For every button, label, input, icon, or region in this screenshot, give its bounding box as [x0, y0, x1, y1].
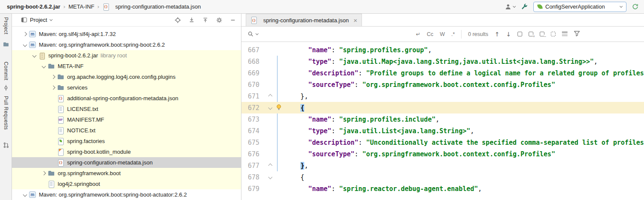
code-line[interactable]: 676 "sourceType": "org.springframework.b… — [241, 148, 644, 160]
previous-occurrence-button[interactable]: ↑ — [495, 31, 500, 38]
regex-button[interactable]: .* — [451, 31, 455, 37]
code-line[interactable]: 667 "name": "spring.profiles.group", — [241, 44, 644, 56]
tree-item[interactable]: Maven: org.slf4j:slf4j-api:1.7.32 — [12, 29, 241, 39]
run-config-combo[interactable]: ConfigServerApplication — [533, 2, 626, 12]
fold-icon[interactable] — [268, 164, 273, 168]
code-line[interactable]: 672 { — [241, 102, 644, 113]
editor-tab[interactable]: spring-configuration-metadata.json × — [246, 14, 362, 26]
tree-item[interactable]: spring-boot.kotlin_module — [12, 146, 241, 157]
tree-item[interactable]: additional-spring-configuration-metadata… — [12, 93, 241, 104]
editor-code[interactable]: 667 "name": "spring.profiles.group",668 … — [241, 42, 644, 200]
tree-item[interactable]: LICENSE.txt — [12, 104, 241, 114]
collapse-all-button[interactable] — [202, 17, 209, 23]
chevron-down-icon[interactable] — [21, 43, 29, 46]
chevron-right-icon[interactable] — [49, 86, 57, 89]
code-line[interactable]: 678 { — [241, 171, 644, 183]
add-occurrence-button[interactable] — [529, 32, 533, 36]
code-text: "name": "spring.profiles.include", — [285, 116, 644, 123]
project-tree: Maven: org.slf4j:slf4j-api:1.7.32Maven: … — [12, 27, 241, 200]
breadcrumb-item[interactable]: spring-configuration-metadata.json — [115, 3, 201, 10]
code-line[interactable]: 673 "name": "spring.profiles.include", — [241, 113, 644, 125]
kotlin-icon — [57, 149, 64, 155]
search-icon — [247, 31, 254, 37]
tree-item[interactable]: spring-boot-2.6.2.jar library root — [12, 50, 241, 61]
close-tab-icon[interactable]: × — [353, 17, 357, 24]
code-token: "spring.reactor.debug-agent.enabled" — [339, 185, 478, 193]
maven-icon — [29, 42, 36, 48]
tree-item[interactable]: MANIFEST.MF — [12, 114, 241, 125]
tree-item[interactable]: Maven: org.springframework.boot:spring-b… — [12, 39, 241, 50]
intention-bulb-icon[interactable] — [276, 104, 282, 112]
gutter — [263, 103, 285, 112]
tree-item[interactable]: Maven: org.springframework.boot:spring-b… — [12, 189, 241, 200]
stripe-pull-requests-button[interactable]: Pull Requests — [3, 96, 9, 130]
select-all-occurrences-button[interactable] — [551, 32, 556, 36]
code-line[interactable]: 675 "description": "Unconditionally acti… — [241, 137, 644, 148]
filter-lines-icon[interactable] — [562, 32, 568, 36]
code-text: "type": "java.util.Map<java.lang.String,… — [285, 58, 644, 66]
fold-icon[interactable] — [268, 175, 273, 179]
code-line[interactable]: 679 "name": "spring.reactor.debug-agent.… — [241, 183, 644, 194]
tree-item[interactable]: log4j2.springboot — [12, 179, 241, 189]
tree-item[interactable]: org.springframework.boot — [12, 168, 241, 179]
breadcrumb-item[interactable]: META-INF — [68, 3, 94, 10]
tree-item[interactable]: META-INF — [12, 61, 241, 72]
tree-item-label: org.springframework.boot — [58, 170, 121, 176]
chevron-right-icon[interactable] — [49, 75, 57, 78]
chevron-down-icon[interactable] — [21, 193, 29, 196]
code-line[interactable]: 670 "sourceType": "org.springframework.b… — [241, 79, 644, 90]
mf-icon — [57, 116, 64, 123]
project-view-selector[interactable]: Project — [30, 17, 47, 23]
code-token: : — [331, 116, 339, 123]
tree-item[interactable]: spring-configuration-metadata.json — [12, 157, 241, 168]
expand-all-button[interactable] — [188, 17, 195, 23]
pull-requests-toolwindow-icon[interactable] — [3, 142, 9, 149]
chevron-down-icon[interactable] — [39, 65, 48, 68]
chevron-right-icon[interactable] — [21, 33, 29, 36]
filter-search-button[interactable] — [574, 31, 580, 38]
code-token: , — [428, 46, 432, 54]
breadcrumb-separator-icon: › — [63, 3, 65, 10]
code-line[interactable]: 674 "type": "java.util.List<java.lang.St… — [241, 125, 644, 137]
hide-toolwindow-button[interactable] — [230, 17, 236, 23]
build-tools-button[interactable] — [520, 3, 528, 11]
search-input[interactable] — [265, 29, 409, 39]
code-token: "description" — [308, 69, 358, 77]
commit-toolwindow-icon[interactable] — [3, 85, 9, 92]
factories-icon — [57, 138, 64, 145]
next-occurrence-button[interactable]: ↓ — [506, 31, 511, 38]
line-number: 677 — [241, 162, 263, 170]
chevron-down-icon[interactable] — [30, 54, 38, 57]
line-number: 675 — [241, 139, 263, 146]
code-token: : — [359, 69, 366, 77]
settings-button[interactable] — [216, 17, 223, 24]
code-line[interactable]: 671 }, — [241, 90, 644, 102]
wrench-icon — [520, 3, 528, 11]
remove-occurrence-button[interactable] — [540, 32, 544, 36]
tree-item[interactable]: org.apache.logging.log4j.core.config.plu… — [12, 72, 241, 82]
tree-item[interactable]: spring.factories — [12, 136, 241, 146]
code-line[interactable]: 677 }, — [241, 160, 644, 171]
code-line[interactable]: 669 "description": "Profile groups to de… — [241, 67, 644, 79]
line-number: 676 — [241, 150, 263, 158]
locate-file-button[interactable] — [174, 17, 181, 24]
new-line-button[interactable]: ↵ — [416, 31, 420, 37]
find-in-selection-button[interactable] — [518, 32, 522, 36]
search-history-chevron-icon[interactable] — [256, 32, 259, 35]
tree-item[interactable]: services — [12, 82, 241, 93]
match-case-button[interactable]: Cc — [427, 31, 433, 37]
project-toolwindow-icon[interactable] — [3, 42, 9, 48]
breadcrumb-item[interactable]: spring-boot-2.6.2.jar — [7, 3, 60, 10]
find-bar: ↵ Cc W .* 0 results ↑ ↓ — [241, 27, 644, 42]
code-line[interactable]: 668 "type": "java.util.Map<java.lang.Str… — [241, 56, 644, 67]
fold-icon[interactable] — [268, 94, 273, 99]
reload-projects-button[interactable] — [632, 3, 639, 10]
chevron-glyph — [41, 64, 46, 69]
stripe-commit-button[interactable]: Commit — [3, 62, 9, 81]
fold-icon[interactable] — [268, 106, 273, 110]
tree-item[interactable]: NOTICE.txt — [12, 125, 241, 136]
stripe-project-button[interactable]: Project — [3, 17, 9, 34]
user-menu-button[interactable] — [505, 3, 515, 10]
chevron-right-icon[interactable] — [39, 172, 48, 175]
whole-words-button[interactable]: W — [440, 31, 445, 37]
